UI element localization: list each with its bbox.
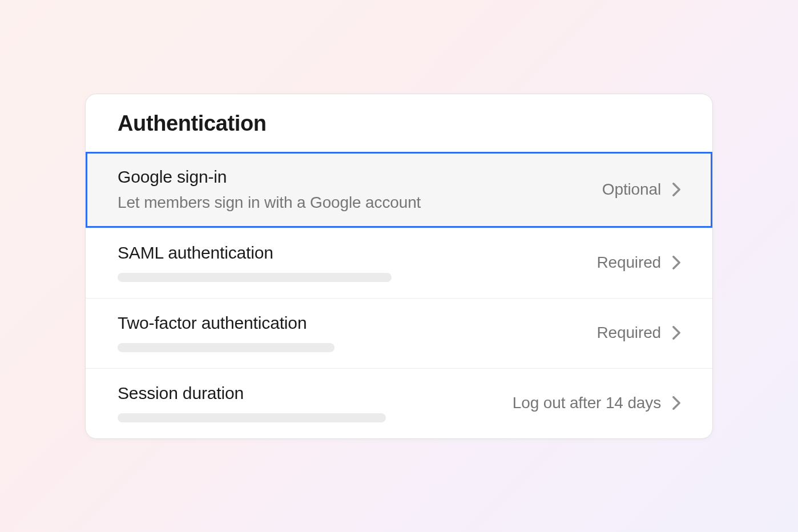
chevron-right-icon [672, 326, 680, 340]
placeholder-bar [118, 273, 392, 282]
placeholder-bar [118, 413, 386, 422]
row-title: Two-factor authentication [118, 313, 334, 333]
row-right: Optional [602, 180, 680, 199]
row-right: Required [597, 324, 680, 342]
card-header: Authentication [86, 94, 712, 152]
row-left: SAML authentication [118, 243, 392, 282]
placeholder-bar [118, 343, 334, 352]
row-description: Let members sign in with a Google accoun… [118, 194, 421, 212]
chevron-right-icon [672, 256, 680, 269]
row-right: Required [597, 253, 680, 272]
row-status: Required [597, 324, 661, 342]
row-left: Session duration [118, 384, 386, 422]
authentication-card: Authentication Google sign-in Let member… [85, 94, 713, 439]
row-title: SAML authentication [118, 243, 392, 263]
chevron-right-icon [672, 396, 680, 410]
row-saml-authentication[interactable]: SAML authentication Required [86, 228, 712, 298]
row-right: Log out after 14 days [513, 394, 680, 412]
chevron-right-icon [672, 183, 680, 196]
card-title: Authentication [118, 111, 680, 136]
row-title: Session duration [118, 384, 386, 403]
row-left: Google sign-in Let members sign in with … [118, 167, 421, 212]
row-status: Required [597, 253, 661, 272]
row-status: Optional [602, 180, 661, 199]
row-status: Log out after 14 days [513, 394, 661, 412]
row-two-factor-authentication[interactable]: Two-factor authentication Required [86, 298, 712, 368]
row-title: Google sign-in [118, 167, 421, 187]
row-session-duration[interactable]: Session duration Log out after 14 days [86, 368, 712, 438]
row-left: Two-factor authentication [118, 313, 334, 352]
row-google-signin[interactable]: Google sign-in Let members sign in with … [86, 152, 712, 228]
